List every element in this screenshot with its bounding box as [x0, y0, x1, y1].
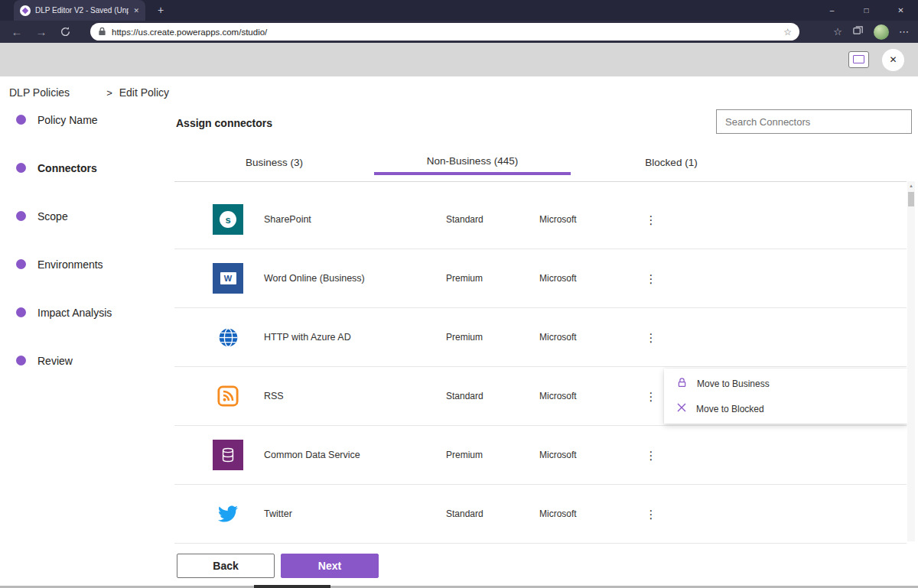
page-title: Assign connectors: [176, 117, 272, 129]
favorites-icon[interactable]: ☆: [833, 26, 842, 37]
row-more-icon[interactable]: ⋮: [643, 508, 659, 520]
word-icon: W: [213, 263, 243, 294]
connector-publisher: Microsoft: [539, 332, 643, 343]
connector-row-twitter: Twitter Standard Microsoft ⋮: [174, 485, 907, 544]
window-controls: – □ ✕: [815, 0, 918, 21]
connector-tier: Premium: [446, 273, 539, 284]
search-connectors-input[interactable]: [716, 109, 912, 134]
taskbar-sliver: [254, 585, 330, 588]
lock-icon: [98, 25, 106, 39]
list-scrollbar[interactable]: ▴: [907, 181, 915, 541]
profile-avatar[interactable]: [874, 24, 889, 40]
window-close-button[interactable]: ✕: [884, 0, 918, 21]
connector-row-word-online: W Word Online (Business) Premium Microso…: [174, 249, 907, 308]
connector-row-common-data-service: Common Data Service Premium Microsoft ⋮: [174, 426, 907, 485]
row-more-icon[interactable]: ⋮: [643, 273, 659, 284]
row-context-menu: Move to Business Move to Blocked: [664, 369, 907, 424]
url-text: https://us.create.powerapps.com/studio/: [112, 28, 267, 37]
tab-close-icon[interactable]: ✕: [133, 7, 139, 15]
connector-name: RSS: [264, 391, 446, 401]
lock-icon: [676, 377, 688, 391]
row-more-icon[interactable]: ⋮: [643, 450, 659, 461]
browser-titlebar: DLP Editor V2 - Saved (Unpublish ✕ + – □…: [0, 0, 918, 21]
connector-tier: Premium: [446, 450, 539, 460]
step-dot-icon: [16, 163, 26, 173]
step-scope[interactable]: Scope: [0, 192, 174, 240]
dialog-close-button[interactable]: ✕: [882, 49, 904, 71]
step-dot-icon: [16, 356, 26, 365]
tab-blocked[interactable]: Blocked (1): [571, 149, 772, 175]
step-policy-name[interactable]: Policy Name: [0, 96, 174, 144]
browser-menu-icon[interactable]: ⋯: [899, 26, 909, 37]
powerapps-favicon-icon: [20, 5, 31, 16]
connector-name: HTTP with Azure AD: [264, 332, 446, 343]
row-more-icon[interactable]: ⋮: [643, 214, 659, 226]
connector-name: Word Online (Business): [264, 273, 446, 284]
connector-publisher: Microsoft: [539, 273, 643, 284]
connector-tier: Standard: [446, 508, 539, 519]
connector-name: SharePoint: [264, 214, 446, 225]
connector-row-http-azure-ad: HTTP with Azure AD Premium Microsoft ⋮: [174, 308, 907, 367]
dlp-editor-page: DLP Policies > Edit Policy Policy Name C…: [0, 76, 918, 585]
policy-stepper: Policy Name Connectors Scope Environment…: [0, 96, 174, 385]
connector-publisher: Microsoft: [539, 508, 643, 519]
menu-item-move-to-blocked[interactable]: Move to Blocked: [664, 396, 907, 421]
twitter-icon: [213, 499, 243, 529]
minimize-button[interactable]: –: [815, 0, 849, 21]
toolbar-right: ☆ ⋯: [833, 21, 909, 43]
tabs-divider: [174, 181, 907, 182]
dialog-header-band: ✕: [0, 43, 918, 76]
step-connectors[interactable]: Connectors: [0, 144, 174, 192]
browser-tab-title: DLP Editor V2 - Saved (Unpublish: [35, 6, 129, 15]
scroll-up-icon[interactable]: ▴: [907, 181, 915, 190]
connector-name: Common Data Service: [264, 450, 446, 460]
step-review[interactable]: Review: [0, 336, 174, 385]
connector-tier: Premium: [446, 332, 539, 343]
next-step-button[interactable]: Next: [281, 554, 379, 578]
globe-icon: [213, 322, 243, 352]
connector-tier: Standard: [446, 214, 539, 225]
step-dot-icon: [16, 211, 26, 221]
connector-row-sharepoint: s SharePoint Standard Microsoft ⋮: [174, 190, 907, 249]
browser-toolbar: ← → https://us.create.powerapps.com/stud…: [0, 21, 918, 43]
scrollbar-thumb[interactable]: [908, 192, 914, 206]
step-dot-icon: [16, 115, 26, 125]
back-button[interactable]: ←: [6, 21, 28, 43]
connector-tier: Standard: [446, 391, 539, 401]
connector-publisher: Microsoft: [539, 450, 643, 460]
x-icon: [676, 402, 687, 415]
connector-name: Twitter: [264, 508, 446, 519]
sharepoint-icon: s: [213, 204, 243, 235]
tab-business[interactable]: Business (3): [174, 149, 374, 175]
forward-button[interactable]: →: [31, 21, 52, 43]
browser-tab[interactable]: DLP Editor V2 - Saved (Unpublish ✕: [14, 0, 145, 21]
row-more-icon[interactable]: ⋮: [643, 332, 659, 343]
database-icon: [213, 440, 243, 470]
rss-icon: [213, 381, 243, 411]
menu-item-move-to-business[interactable]: Move to Business: [664, 371, 907, 396]
add-favorite-icon[interactable]: ☆: [783, 27, 792, 37]
maximize-button[interactable]: □: [849, 0, 884, 21]
collections-icon[interactable]: [852, 24, 864, 39]
back-step-button[interactable]: Back: [177, 554, 275, 578]
row-more-icon[interactable]: ⋮: [643, 391, 659, 402]
refresh-button[interactable]: [60, 26, 71, 41]
connector-list: s SharePoint Standard Microsoft ⋮ W Word…: [174, 190, 907, 544]
new-tab-button[interactable]: +: [153, 2, 168, 18]
address-bar[interactable]: https://us.create.powerapps.com/studio/ …: [90, 23, 799, 41]
tab-non-business[interactable]: Non-Business (445): [374, 149, 571, 175]
step-impact-analysis[interactable]: Impact Analysis: [0, 288, 174, 336]
connector-publisher: Microsoft: [539, 214, 643, 225]
connector-publisher: Microsoft: [539, 391, 643, 401]
step-dot-icon: [16, 307, 26, 317]
step-dot-icon: [16, 259, 26, 269]
restore-dialog-icon[interactable]: [848, 51, 869, 68]
step-environments[interactable]: Environments: [0, 240, 174, 288]
connector-tabs: Business (3) Non-Business (445) Blocked …: [174, 149, 772, 175]
